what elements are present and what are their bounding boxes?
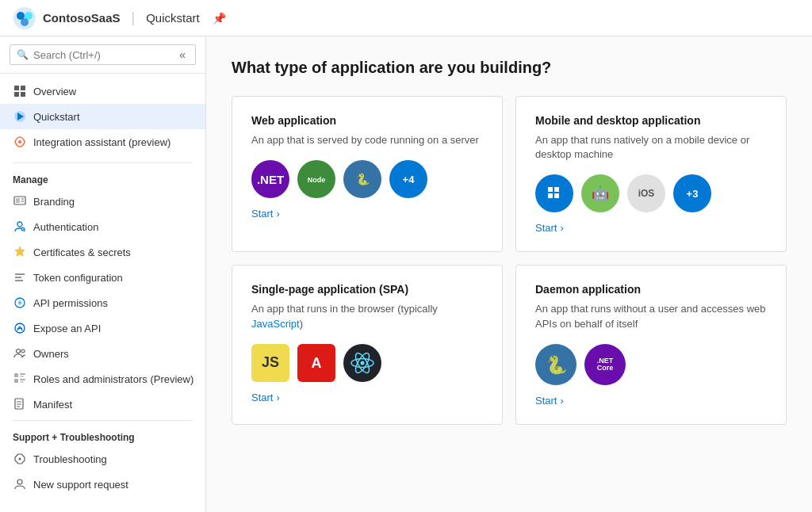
search-input[interactable] [33, 49, 171, 61]
integration-icon [13, 135, 27, 149]
card-spa-title: Single-page application (SPA) [251, 283, 483, 296]
sidebar: 🔍 « Overview Quickstart [0, 36, 206, 512]
sidebar-item-expose-api-label: Expose an API [33, 323, 101, 334]
daemon-python-icon: 🐍 [535, 344, 576, 385]
sidebar-item-expose-api[interactable]: Expose an API [0, 315, 205, 341]
sidebar-item-quickstart[interactable]: Quickstart [0, 104, 205, 129]
sidebar-item-authentication-label: Authentication [33, 221, 98, 233]
collapse-icon[interactable]: « [176, 48, 189, 61]
svg-rect-30 [20, 379, 25, 380]
sidebar-item-api-permissions[interactable]: API permissions [0, 290, 205, 315]
sidebar-item-troubleshooting[interactable]: Troubleshooting [0, 446, 205, 472]
card-spa-start-arrow: › [276, 392, 279, 403]
main-layout: 🔍 « Overview Quickstart [0, 36, 812, 512]
sidebar-item-authentication[interactable]: Authentication [0, 214, 205, 239]
main-content: What type of application are you buildin… [206, 36, 812, 512]
sidebar-item-manifest-label: Manifest [33, 399, 72, 411]
card-web-start-arrow: › [276, 208, 279, 220]
svg-text:🤖: 🤖 [592, 185, 610, 203]
plus4-icon: +4 [389, 160, 427, 198]
card-web: Web application An app that is served by… [232, 96, 503, 252]
svg-rect-31 [20, 381, 24, 383]
topbar: ContosoSaaS | Quickstart 📌 [0, 0, 812, 36]
quickstart-icon [13, 109, 27, 124]
android-icon: 🤖 [581, 174, 619, 212]
sidebar-item-integration[interactable]: Integration assistant (preview) [0, 129, 205, 155]
card-daemon-start-label: Start [535, 395, 557, 407]
svg-rect-28 [20, 376, 24, 377]
js-icon: JS [251, 344, 289, 382]
card-daemon-icons: 🐍 .NET Core [535, 344, 767, 385]
support-request-icon [13, 477, 27, 491]
card-mobile-desc: An app that runs natively on a mobile de… [535, 133, 767, 162]
svg-rect-4 [14, 86, 19, 90]
app-logo: ContosoSaaS [13, 6, 121, 30]
card-mobile-title: Mobile and desktop application [535, 114, 767, 127]
sidebar-item-roles[interactable]: Roles and administrators (Preview) [0, 366, 205, 392]
plus3-icon: +3 [673, 174, 711, 212]
card-web-desc: An app that is served by code running on… [251, 133, 483, 147]
svg-rect-32 [15, 399, 23, 409]
overview-icon [13, 84, 27, 98]
card-mobile: Mobile and desktop application An app th… [515, 96, 787, 252]
sidebar-item-branding-label: Branding [33, 196, 75, 208]
troubleshooting-icon [13, 452, 27, 466]
owners-icon [13, 346, 27, 361]
sidebar-item-manifest[interactable]: Manifest [0, 392, 205, 417]
python-icon: 🐍 [343, 160, 381, 198]
app-name: ContosoSaaS [43, 11, 121, 25]
sidebar-item-certs-label: Certificates & secrets [33, 246, 131, 258]
sidebar-item-quickstart-label: Quickstart [33, 111, 80, 123]
card-mobile-start-label: Start [535, 222, 557, 234]
svg-text:Node: Node [308, 176, 326, 184]
card-daemon-title: Daemon application [535, 283, 767, 296]
logo-icon [13, 6, 36, 30]
ios-icon: iOS [627, 174, 665, 212]
card-spa-start[interactable]: Start › [251, 392, 483, 403]
nodejs-icon: Node [297, 160, 335, 198]
page-title: What type of application are you buildin… [232, 59, 787, 77]
sidebar-item-certs[interactable]: Certificates & secrets [0, 239, 205, 265]
nav-main: Overview Quickstart Integration assistan… [0, 74, 205, 159]
sidebar-item-support-request[interactable]: New support request [0, 472, 205, 497]
api-icon [13, 296, 27, 310]
search-wrap: 🔍 « [10, 44, 196, 65]
svg-rect-7 [21, 92, 25, 97]
certs-icon [13, 245, 27, 259]
card-daemon-start-arrow: › [560, 395, 563, 407]
search-bar: 🔍 « [0, 36, 205, 74]
svg-rect-46 [554, 193, 559, 198]
pin-icon[interactable]: 📌 [213, 12, 226, 25]
dotnetcore-icon: .NET Core [584, 344, 626, 385]
svg-point-14 [17, 222, 22, 227]
manage-divider [13, 162, 193, 163]
card-mobile-start[interactable]: Start › [535, 222, 767, 234]
sidebar-item-integration-label: Integration assistant (preview) [33, 136, 170, 148]
svg-rect-44 [554, 187, 559, 192]
card-web-start[interactable]: Start › [251, 208, 483, 220]
card-spa-start-label: Start [251, 392, 273, 403]
windows-icon [535, 174, 573, 212]
card-web-title: Web application [251, 114, 483, 127]
sidebar-item-support-request-label: New support request [33, 479, 128, 491]
card-mobile-icons: 🤖 iOS +3 [535, 174, 767, 212]
card-daemon-start[interactable]: Start › [535, 395, 767, 407]
sidebar-item-roles-label: Roles and administrators (Preview) [33, 373, 193, 385]
dotnetcore-core: Core [597, 365, 614, 372]
sidebar-item-token[interactable]: Token configuration [0, 265, 205, 290]
sidebar-item-troubleshooting-label: Troubleshooting [33, 453, 107, 465]
sidebar-item-overview[interactable]: Overview [0, 78, 205, 104]
branding-icon [13, 194, 27, 208]
sidebar-item-branding[interactable]: Branding [0, 189, 205, 214]
svg-point-9 [18, 140, 21, 143]
card-daemon-desc: An app that runs without a user and acce… [535, 302, 767, 331]
sidebar-item-owners-label: Owners [33, 348, 69, 360]
roles-icon [13, 372, 27, 386]
svg-text:🐍: 🐍 [546, 354, 568, 376]
svg-rect-45 [548, 193, 553, 198]
sidebar-item-owners[interactable]: Owners [0, 341, 205, 366]
card-web-icons: .NET Node 🐍 +4 [251, 160, 483, 198]
app-type-cards: Web application An app that is served by… [232, 96, 787, 425]
svg-rect-43 [548, 187, 553, 192]
sidebar-item-token-label: Token configuration [33, 272, 123, 284]
